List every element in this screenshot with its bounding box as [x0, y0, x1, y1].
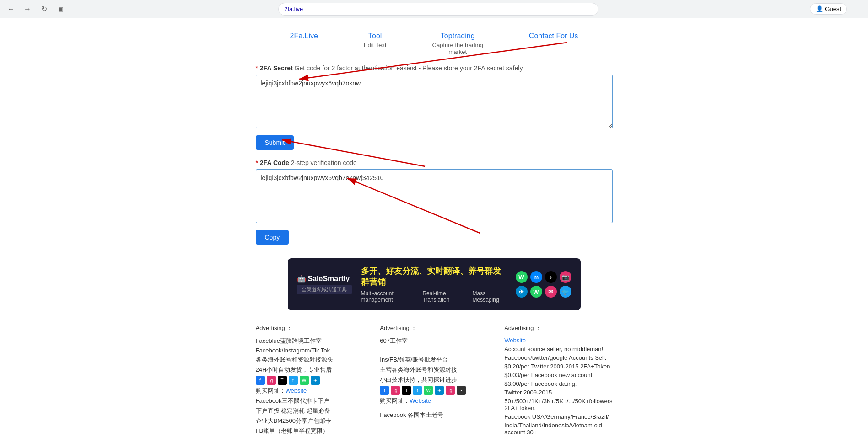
messenger-icon: m: [530, 271, 542, 283]
website-link-1[interactable]: Website: [286, 387, 307, 394]
footer-col-1-title: Advertising ：: [256, 324, 362, 332]
ad-item: 购买网址：Website: [256, 387, 362, 395]
footer-col-3: Advertising ： Website Account source sel…: [504, 324, 612, 437]
ad-item: Faceblue蓝脸跨境工作室: [256, 337, 362, 345]
nav-sub-toptrading: Capture the tradingmarket: [432, 42, 483, 55]
nav-link-toptrading[interactable]: Toptrading: [441, 32, 475, 40]
banner-logo-sub: 全渠道私域沟通工具: [297, 285, 352, 294]
website-link-3[interactable]: Website: [504, 337, 526, 344]
tg-icon: ✈: [311, 376, 320, 385]
banner-icons-row-1: W m ♪ 📷: [516, 271, 571, 283]
ad-item: 各类海外账号和资源对接源头: [256, 356, 362, 364]
ad-item: 24H小时自动发货，专业售后: [256, 366, 362, 374]
ig-icon: ig: [267, 376, 276, 385]
ad-item: 50+/500+/1K+/3K+/5K+/.../50K+followers 2…: [504, 398, 612, 411]
tw-icon-2: t: [413, 386, 422, 395]
misc-icon-2: •: [457, 386, 466, 395]
banner-main-text: 多开、好友分流、实时翻译、养号群发群营销: [361, 266, 507, 288]
ad-item: 607工作室: [380, 337, 486, 345]
ad-item: Twitter 2009-2015: [504, 389, 612, 396]
tg-icon-2: ✈: [435, 386, 444, 395]
ad-item: $0.03/per Facebook new account.: [504, 372, 612, 378]
banner-logo: 🤖 SaleSmartly 全渠道私域沟通工具: [297, 274, 352, 294]
forward-button[interactable]: →: [21, 3, 34, 16]
nav-item-tool[interactable]: Tool Edit Text: [364, 32, 387, 48]
address-bar[interactable]: 2fa.live: [278, 3, 598, 16]
ad-item: 购买网址：Website: [380, 397, 486, 405]
ad-item: 小白技术扶持，共同探讨进步: [380, 376, 486, 384]
footer-col-3-title: Advertising ：: [504, 324, 612, 332]
banner-logo-name: SaleSmartly: [308, 275, 350, 283]
code-label-desc: 2-step verification code: [291, 159, 357, 166]
submit-container: Submit: [256, 130, 613, 159]
robot-icon: 🤖: [297, 274, 306, 283]
nav-link-contact[interactable]: Contact For Us: [529, 32, 578, 40]
footer-ads: Advertising ： Faceblue蓝脸跨境工作室 Facebook/I…: [247, 324, 622, 437]
banner-social-icons: W m ♪ 📷 ✈ W ✉ 🐦: [516, 271, 571, 298]
ad-item: Facebook三不限代排卡下户: [256, 397, 362, 405]
ad-item: $0.20/per Twitter 2009-2015 2FA+Token.: [504, 363, 612, 370]
website-link-2[interactable]: Website: [410, 397, 431, 404]
banner-icons-row-2: ✈ W ✉ 🐦: [516, 286, 571, 298]
page-content: 2Fa.Live Tool Edit Text Toptrading Captu…: [0, 18, 868, 437]
ad-item: Facebook USA/Germany/France/Brazil/: [504, 413, 612, 420]
email-icon: ✉: [545, 286, 557, 298]
banner-sub-items: Multi-account management Real-time Trans…: [361, 290, 507, 303]
ad-item: Facebook/Instagram/Tik Tok: [256, 347, 362, 354]
guest-label: Guest: [825, 5, 841, 12]
arrow-overlay-2: [256, 130, 622, 157]
tt-icon-2: T: [402, 386, 411, 395]
ad-item: 下户直投 稳定消耗 起量必备: [256, 407, 362, 415]
fb-icon-2: f: [380, 386, 389, 395]
wa-icon: W: [300, 376, 309, 385]
banner-sub-1: Multi-account management: [361, 290, 415, 303]
fb-icon: f: [256, 376, 265, 385]
code-textarea[interactable]: lejiqi3jcxbfbw2jnuxpwyx6vqb7oknw|342510: [256, 169, 613, 223]
secret-textarea-container: lejiqi3jcxbfbw2jnuxpwyx6vqb7oknw: [256, 75, 613, 130]
browser-chrome: ← → ↻ ▣ 2fa.live 👤 Guest ⋮: [0, 0, 868, 18]
telegram-icon: ✈: [516, 286, 528, 298]
guest-icon: 👤: [816, 5, 823, 12]
code-field-label: * 2FA Code 2-step verification code: [256, 159, 613, 166]
banner-text: 多开、好友分流、实时翻译、养号群发群营销 Multi-account manag…: [361, 266, 507, 303]
tt-icon: T: [278, 376, 287, 385]
ig2-icon-2: ig: [446, 386, 455, 395]
footer-col-2-title: Advertising ：: [380, 324, 486, 332]
ad-item: Facebook/twitter/google Accounts Sell.: [504, 354, 612, 361]
secret-label-desc: Get code for 2 factor authentication eas…: [295, 64, 523, 72]
wa-icon-2: W: [424, 386, 433, 395]
nav-item-home[interactable]: 2Fa.Live: [290, 32, 318, 40]
nav-link-home[interactable]: 2Fa.Live: [290, 32, 318, 40]
banner-sub-2: Real-time Translation: [422, 290, 465, 303]
secret-textarea[interactable]: lejiqi3jcxbfbw2jnuxpwyx6vqb7oknw: [256, 75, 613, 128]
copy-button[interactable]: Copy: [256, 230, 289, 245]
ad-item: 企业大BM2500分享户包邮卡: [256, 417, 362, 425]
footer-col-2: Advertising ： 607工作室 Ins/FB/领英/账号批发平台 主营…: [380, 324, 486, 437]
extensions-button[interactable]: ▣: [54, 3, 67, 16]
footer-col-1: Advertising ： Faceblue蓝脸跨境工作室 Facebook/I…: [256, 324, 362, 437]
nav-item-toptrading[interactable]: Toptrading Capture the tradingmarket: [432, 32, 483, 55]
guest-button[interactable]: 👤 Guest: [810, 3, 847, 15]
instagram-icon: 📷: [560, 271, 571, 283]
browser-menu-button[interactable]: ⋮: [851, 3, 863, 16]
whatsapp-icon: W: [516, 271, 528, 283]
nav-link-tool[interactable]: Tool: [368, 32, 382, 40]
tiktok-icon: ♪: [545, 271, 557, 283]
footer-icon-row-1: f ig T t W ✈: [256, 376, 362, 385]
tw-icon: t: [289, 376, 298, 385]
reload-button[interactable]: ↻: [38, 3, 50, 16]
twitter-icon: 🐦: [560, 286, 571, 298]
whatsapp2-icon: W: [530, 286, 542, 298]
nav-sub-tool: Edit Text: [364, 42, 387, 48]
navigation: 2Fa.Live Tool Edit Text Toptrading Captu…: [0, 27, 868, 64]
nav-item-contact[interactable]: Contact For Us: [529, 32, 578, 40]
ad-item: 主营各类海外账号和资源对接: [380, 366, 486, 374]
form-area: * 2FA Secret Get code for 2 factor authe…: [247, 64, 622, 254]
ad-item: [380, 347, 486, 354]
secret-label-bold: 2FA Secret: [260, 64, 293, 72]
back-button[interactable]: ←: [5, 3, 17, 16]
banner-logo-title: 🤖 SaleSmartly: [297, 274, 352, 283]
submit-button[interactable]: Submit: [256, 135, 294, 150]
code-label-bold: 2FA Code: [260, 159, 289, 166]
ad-item: FB账单（老账单半程宽限）: [256, 427, 362, 435]
